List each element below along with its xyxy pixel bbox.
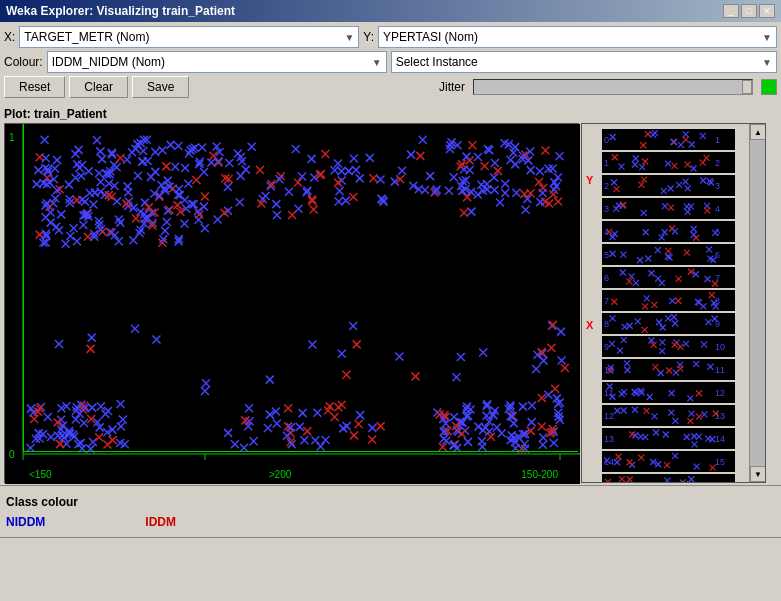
- jitter-slider[interactable]: [473, 79, 753, 95]
- bottom-bar: [0, 537, 781, 557]
- x-value: TARGET_METR (Nom): [24, 30, 149, 44]
- colour-arrow-icon: ▼: [372, 57, 382, 68]
- save-button[interactable]: Save: [132, 76, 189, 98]
- minimize-button[interactable]: _: [723, 4, 739, 18]
- x-label-200: >200: [269, 469, 292, 480]
- colour-dropdown[interactable]: IDDM_NIDDM (Nom) ▼: [47, 51, 387, 73]
- title-bar[interactable]: Weka Explorer: Visualizing train_Patient…: [0, 0, 781, 22]
- plot-title: Plot: train_Patient: [4, 107, 777, 121]
- iddm-class[interactable]: IDDM: [145, 515, 176, 529]
- scroll-down-button[interactable]: ▼: [750, 466, 766, 482]
- x-label: X:: [4, 30, 15, 44]
- class-colour-label: Class colour: [6, 495, 775, 509]
- y-label: Y:: [363, 30, 374, 44]
- scroll-up-button[interactable]: ▲: [750, 124, 766, 140]
- main-plot[interactable]: 0 1 <150 >200 150-200: [4, 123, 579, 483]
- x-label-150: <150: [29, 469, 52, 480]
- jitter-indicator: [761, 79, 777, 95]
- instance-value: Select Instance: [396, 55, 478, 69]
- x-dropdown[interactable]: TARGET_METR (Nom) ▼: [19, 26, 359, 48]
- y-value: YPERTASI (Nom): [383, 30, 478, 44]
- jitter-handle: [742, 80, 752, 94]
- scroll-track: [750, 140, 765, 466]
- vertical-axis: [23, 124, 24, 452]
- y-dropdown[interactable]: YPERTASI (Nom) ▼: [378, 26, 777, 48]
- colour-value: IDDM_NIDDM (Nom): [52, 55, 165, 69]
- class-colour-section: Class colour NIDDM IDDM: [0, 485, 781, 537]
- side-panel: Y X ▲ ▼: [581, 123, 766, 483]
- jitter-label: Jitter: [439, 80, 465, 94]
- y-axis-zero: 0: [9, 449, 15, 460]
- instance-dropdown[interactable]: Select Instance ▼: [391, 51, 777, 73]
- side-scrollbar[interactable]: ▲ ▼: [749, 124, 765, 482]
- instance-arrow-icon: ▼: [762, 57, 772, 68]
- reset-button[interactable]: Reset: [4, 76, 65, 98]
- horizontal-axis: [23, 451, 578, 452]
- colour-label: Colour:: [4, 55, 43, 69]
- niddm-class[interactable]: NIDDM: [6, 515, 45, 529]
- x-label-150-200: 150-200: [521, 469, 558, 480]
- maximize-button[interactable]: □: [741, 4, 757, 18]
- plot-section: Plot: train_Patient 0 1 <150 >200 150-20…: [0, 105, 781, 485]
- title-buttons: _ □ ✕: [723, 4, 775, 18]
- close-button[interactable]: ✕: [759, 4, 775, 18]
- x-arrow-icon: ▼: [344, 32, 354, 43]
- class-items: NIDDM IDDM: [6, 515, 775, 529]
- window-title: Weka Explorer: Visualizing train_Patient: [6, 4, 235, 18]
- y-arrow-icon: ▼: [762, 32, 772, 43]
- clear-button[interactable]: Clear: [69, 76, 128, 98]
- y-axis-one: 1: [9, 132, 15, 143]
